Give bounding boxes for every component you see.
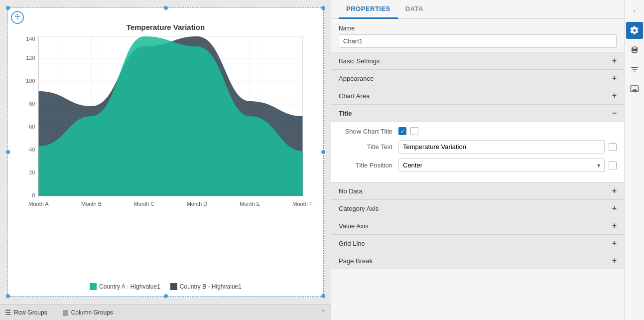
- section-appearance-label: Appearance: [339, 75, 374, 82]
- section-value-axis-label: Value Axis: [339, 222, 369, 230]
- sidebar-icons: ›: [624, 0, 644, 320]
- chart-title: Temperature Variation: [127, 23, 205, 31]
- chart-svg-area: 0 20 40 60 80 100 120 140: [8, 34, 323, 283]
- section-title-toggle: −: [612, 109, 617, 118]
- title-expanded: Show Chart Title Title Text: [331, 122, 624, 182]
- section-title[interactable]: Title −: [331, 104, 624, 122]
- resize-handle-tm[interactable]: [164, 6, 168, 10]
- section-basic-settings[interactable]: Basic Settings +: [331, 52, 624, 69]
- svg-text:Month D: Month D: [187, 201, 208, 207]
- properties-panel: PROPERTIES DATA Name Basic Settings + Ap…: [331, 0, 624, 320]
- section-value-axis[interactable]: Value Axis +: [331, 217, 624, 234]
- column-groups-label: Column Groups: [71, 309, 113, 316]
- svg-text:60: 60: [29, 124, 35, 130]
- resize-handle-bm[interactable]: [164, 294, 168, 298]
- resize-handle-tr[interactable]: [321, 6, 325, 10]
- show-chart-title-checkbox[interactable]: [398, 127, 406, 135]
- title-text-label: Title Text: [339, 143, 398, 151]
- title-position-arrow: ▾: [597, 162, 600, 169]
- section-grid-line-toggle: +: [612, 239, 617, 248]
- section-basic-settings-toggle: +: [612, 56, 617, 65]
- title-position-row: Title Position Center ▾: [339, 159, 617, 172]
- title-text-checkbox[interactable]: [609, 143, 617, 151]
- row-groups-icon: ☰: [5, 309, 11, 317]
- section-basic-settings-label: Basic Settings: [339, 57, 380, 65]
- svg-text:Month C: Month C: [134, 201, 155, 207]
- svg-text:Month B: Month B: [81, 201, 102, 207]
- section-category-axis-toggle: +: [612, 204, 617, 213]
- left-panel: Temperature Variation 0 20 40 60 80 100 …: [0, 0, 331, 320]
- legend-label-b: Country B - Highvalue1: [180, 283, 242, 290]
- filter-icon-btn[interactable]: [626, 61, 643, 78]
- show-chart-title-row: Show Chart Title: [339, 127, 617, 135]
- svg-text:80: 80: [29, 101, 35, 107]
- title-position-label: Title Position: [339, 161, 398, 169]
- legend-color-b: [170, 283, 177, 290]
- title-text-row: Title Text: [339, 140, 617, 154]
- resize-handle-mr[interactable]: [321, 150, 325, 154]
- section-no-data-toggle: +: [612, 186, 617, 195]
- title-position-select[interactable]: Center ▾: [398, 159, 605, 172]
- chart-legend: Country A - Highvalue1 Country B - Highv…: [90, 283, 242, 290]
- section-no-data-label: No Data: [339, 187, 363, 195]
- section-category-axis-label: Category Axis: [339, 205, 379, 212]
- legend-item-b: Country B - Highvalue1: [170, 283, 242, 290]
- show-chart-title-label: Show Chart Title: [339, 128, 398, 135]
- right-panel: PROPERTIES DATA Name Basic Settings + Ap…: [331, 0, 644, 320]
- column-groups-icon: ▦: [62, 309, 69, 317]
- chart-move-handle[interactable]: [11, 11, 24, 24]
- panel-content[interactable]: Name Basic Settings + Appearance + Chart…: [331, 19, 624, 320]
- section-appearance[interactable]: Appearance +: [331, 69, 624, 87]
- row-groups-label: Row Groups: [14, 309, 47, 316]
- image-settings-icon: [630, 84, 639, 93]
- image-settings-icon-btn[interactable]: [626, 80, 643, 97]
- section-chart-area[interactable]: Chart Area +: [331, 87, 624, 104]
- section-page-break-toggle: +: [612, 256, 617, 265]
- svg-text:140: 140: [26, 36, 35, 42]
- show-chart-title-extra-checkbox[interactable]: [410, 127, 418, 135]
- section-grid-line-label: Grid Line: [339, 240, 365, 247]
- expand-icon-btn[interactable]: ›: [626, 2, 643, 19]
- legend-label-a: Country A - Highvalue1: [99, 283, 160, 290]
- resize-handle-br[interactable]: [321, 294, 325, 298]
- column-groups-item[interactable]: ▦ Column Groups: [62, 309, 113, 317]
- title-position-content: Center ▾: [398, 159, 617, 172]
- resize-handle-ml[interactable]: [6, 150, 10, 154]
- gear-icon-btn[interactable]: [626, 22, 643, 39]
- name-section: Name: [331, 19, 624, 52]
- show-chart-title-content: [398, 127, 617, 135]
- section-title-label: Title: [339, 110, 352, 117]
- title-text-input[interactable]: [398, 140, 605, 154]
- section-chart-area-label: Chart Area: [339, 92, 370, 100]
- section-value-axis-toggle: +: [612, 221, 617, 230]
- svg-text:Month F: Month F: [292, 201, 313, 207]
- resize-handle-tl[interactable]: [6, 6, 10, 10]
- resize-handle-bl[interactable]: [6, 294, 10, 298]
- section-no-data[interactable]: No Data +: [331, 182, 624, 199]
- filter-icon: [630, 65, 639, 74]
- gear-icon: [630, 26, 639, 35]
- svg-text:20: 20: [29, 169, 35, 175]
- name-input[interactable]: [339, 34, 617, 48]
- tab-properties[interactable]: PROPERTIES: [339, 0, 398, 19]
- svg-text:0: 0: [32, 192, 35, 198]
- database-icon: [630, 45, 639, 54]
- section-page-break[interactable]: Page Break +: [331, 252, 624, 269]
- section-category-axis[interactable]: Category Axis +: [331, 199, 624, 217]
- title-position-checkbox[interactable]: [609, 161, 617, 169]
- tab-data[interactable]: DATA: [398, 0, 431, 19]
- chart-container[interactable]: Temperature Variation 0 20 40 60 80 100 …: [7, 7, 324, 297]
- section-chart-area-toggle: +: [612, 91, 617, 100]
- section-grid-line[interactable]: Grid Line +: [331, 234, 624, 252]
- bottom-bar: ☰ Row Groups ▦ Column Groups ⌃: [0, 304, 331, 320]
- svg-text:Month E: Month E: [240, 201, 260, 207]
- section-page-break-label: Page Break: [339, 257, 373, 265]
- chevron-up-icon[interactable]: ⌃: [320, 309, 326, 317]
- svg-text:Month A: Month A: [28, 201, 49, 207]
- name-label: Name: [339, 25, 617, 32]
- database-icon-btn[interactable]: [626, 41, 643, 58]
- svg-text:120: 120: [26, 55, 35, 61]
- legend-color-a: [90, 283, 97, 290]
- row-groups-item[interactable]: ☰ Row Groups: [5, 309, 47, 317]
- svg-text:100: 100: [26, 78, 35, 84]
